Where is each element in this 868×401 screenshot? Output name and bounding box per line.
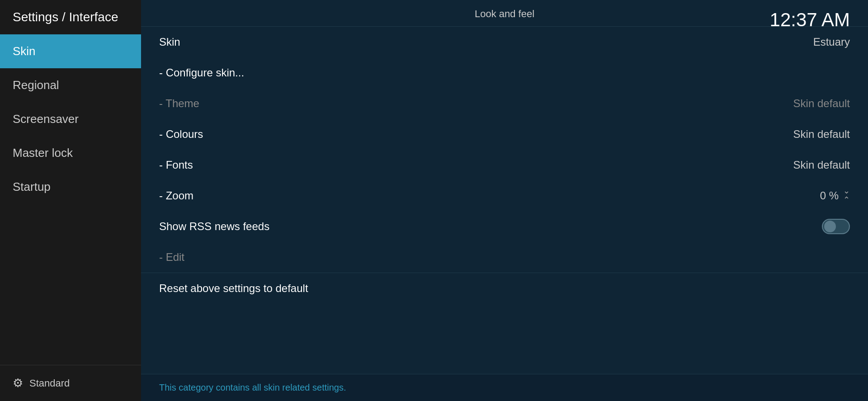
footer-text: This category contains all skin related …	[159, 382, 346, 392]
sidebar-item-master-lock[interactable]: Master lock	[0, 136, 141, 170]
settings-list: Skin Estuary - Configure skin... - Theme…	[141, 27, 868, 374]
zoom-value: 0 %	[816, 189, 839, 202]
setting-row-colours[interactable]: - Colours Skin default	[141, 119, 868, 150]
sidebar-item-startup[interactable]: Startup	[0, 170, 141, 204]
setting-label-fonts: - Fonts	[159, 159, 193, 171]
sidebar-item-screensaver[interactable]: Screensaver	[0, 102, 141, 136]
sidebar-item-regional[interactable]: Regional	[0, 68, 141, 102]
rss-toggle[interactable]	[822, 219, 850, 234]
sidebar-nav: Skin Regional Screensaver Master lock St…	[0, 34, 141, 365]
setting-label-skin: Skin	[159, 36, 180, 48]
setting-row-fonts[interactable]: - Fonts Skin default	[141, 150, 868, 180]
zoom-arrows[interactable]: ⌄ ⌃	[843, 187, 850, 205]
main-content: Look and feel Skin Estuary - Configure s…	[141, 0, 868, 401]
reset-row[interactable]: Reset above settings to default	[141, 273, 868, 304]
setting-label-zoom: - Zoom	[159, 189, 193, 202]
gear-icon: ⚙	[13, 376, 23, 390]
setting-value-fonts: Skin default	[793, 159, 850, 171]
setting-label-show-rss: Show RSS news feeds	[159, 220, 269, 233]
zoom-decrease-icon[interactable]: ⌄	[843, 187, 850, 196]
setting-label-configure-skin: - Configure skin...	[159, 66, 244, 79]
clock: 12:37 AM	[752, 0, 868, 40]
setting-label-colours: - Colours	[159, 128, 203, 141]
setting-value-theme: Skin default	[793, 97, 850, 110]
sidebar-item-skin[interactable]: Skin	[0, 34, 141, 68]
setting-label-edit: - Edit	[159, 251, 184, 264]
reset-label: Reset above settings to default	[159, 282, 308, 295]
sidebar-footer-label: Standard	[29, 377, 70, 389]
setting-label-theme: - Theme	[159, 97, 199, 110]
page-title: Settings / Interface	[0, 0, 141, 34]
sidebar: Settings / Interface Skin Regional Scree…	[0, 0, 141, 401]
setting-row-zoom[interactable]: - Zoom 0 % ⌄ ⌃	[141, 180, 868, 211]
setting-row-edit[interactable]: - Edit	[141, 242, 868, 273]
footer-bar: This category contains all skin related …	[141, 374, 868, 401]
setting-row-show-rss[interactable]: Show RSS news feeds	[141, 211, 868, 242]
setting-row-theme[interactable]: - Theme Skin default	[141, 88, 868, 119]
sidebar-footer: ⚙ Standard	[0, 365, 141, 401]
zoom-controls: 0 % ⌄ ⌃	[816, 187, 850, 205]
zoom-increase-icon[interactable]: ⌃	[843, 196, 850, 205]
setting-value-colours: Skin default	[793, 128, 850, 141]
toggle-knob	[824, 221, 836, 232]
setting-row-configure-skin[interactable]: - Configure skin...	[141, 57, 868, 88]
